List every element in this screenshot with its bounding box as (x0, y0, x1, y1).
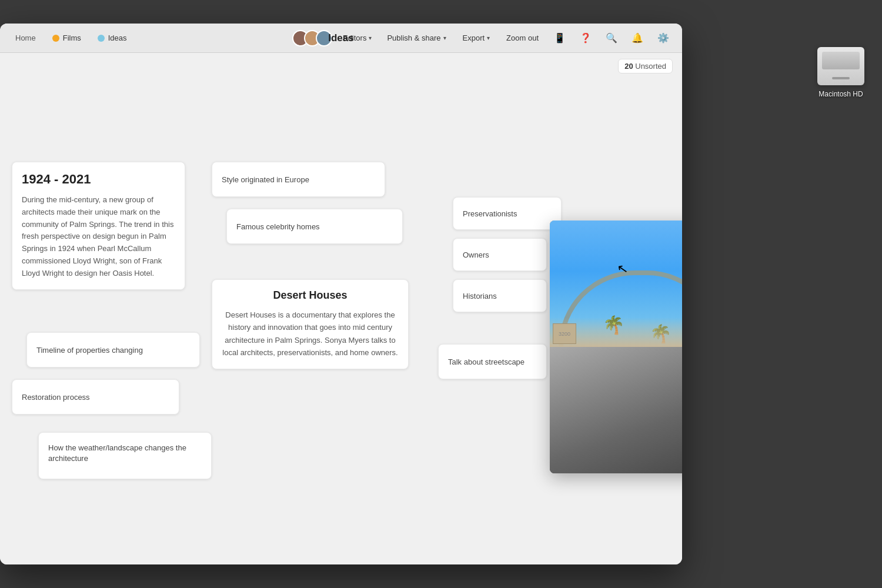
editors-chevron-icon: ▾ (369, 35, 372, 41)
export-button[interactable]: Export ▾ (458, 31, 495, 45)
card-preservationists[interactable]: Preservationists (453, 197, 562, 230)
settings-icon[interactable]: ⚙️ (654, 29, 673, 48)
publish-label: Publish & share (387, 34, 440, 42)
photo-top-inner: 🌴 🌴 3200 (550, 220, 682, 347)
tab-home[interactable]: Home (9, 31, 42, 45)
date-title: 1924 - 2021 (22, 172, 175, 187)
card-weather[interactable]: How the weather/landscape changes the ar… (38, 432, 212, 479)
style-europe-text: Style originated in Europe (222, 175, 309, 184)
card-streetscape[interactable]: Talk about streetscape (438, 344, 547, 379)
export-chevron-icon: ▾ (487, 35, 490, 41)
notification-icon[interactable]: 🔔 (628, 29, 647, 48)
nav-tabs: Home Films Ideas (9, 31, 133, 45)
owners-text: Owners (463, 250, 489, 259)
card-celebrity-homes[interactable]: Famous celebrity homes (226, 209, 403, 244)
main-content: 20 Unsorted 1924 - 2021 During the mid-c… (0, 53, 682, 564)
tab-ideas[interactable]: Ideas (92, 31, 133, 45)
historians-text: Historians (463, 292, 497, 300)
unsorted-badge: 20 Unsorted (618, 59, 673, 74)
desert-body: Desert Houses is a documentary that expl… (222, 309, 399, 359)
films-label: Films (63, 34, 81, 42)
page-title: Ideas (328, 32, 353, 44)
card-historians[interactable]: Historians (453, 279, 547, 312)
card-timeline[interactable]: Timeline of properties changing (26, 332, 200, 368)
hd-label: Macintosh HD (818, 90, 863, 98)
zoom-out-button[interactable]: Zoom out (502, 31, 543, 45)
card-owners[interactable]: Owners (453, 238, 547, 271)
title-bar: Home Films Ideas Ideas Editors ▾ (0, 24, 682, 53)
photo-overlay: 🌴 🌴 3200 (550, 220, 682, 473)
zoom-label: Zoom out (506, 34, 539, 42)
publish-share-button[interactable]: Publish & share ▾ (382, 31, 450, 45)
mac-window: Home Films Ideas Ideas Editors ▾ (0, 24, 682, 564)
export-label: Export (463, 34, 485, 42)
date-body: During the mid-century, a new group of a… (22, 194, 175, 280)
toolbar: 20 Unsorted (0, 53, 682, 79)
weather-text: How the weather/landscape changes the ar… (48, 443, 186, 463)
publish-chevron-icon: ▾ (443, 35, 446, 41)
photo-bottom (550, 347, 682, 473)
card-desert-houses[interactable]: Desert Houses Desert Houses is a documen… (212, 279, 409, 369)
unsorted-count: 20 (624, 62, 633, 71)
streetscape-text: Talk about streetscape (448, 358, 524, 366)
hd-drive-icon (817, 47, 864, 85)
help-icon[interactable]: ❓ (576, 29, 595, 48)
unsorted-label: Unsorted (635, 62, 666, 71)
preservationists-text: Preservationists (463, 209, 517, 218)
avatar-group (292, 30, 332, 46)
ideas-label: Ideas (108, 34, 127, 42)
photo-bottom-image (550, 347, 682, 473)
films-dot (52, 35, 59, 42)
desktop-macintosh-hd[interactable]: Macintosh HD (817, 47, 864, 98)
card-date-range[interactable]: 1924 - 2021 During the mid-century, a ne… (12, 162, 185, 290)
photo-top: 🌴 🌴 3200 (550, 220, 682, 347)
home-label: Home (15, 34, 36, 42)
ideas-dot (98, 35, 105, 42)
timeline-text: Timeline of properties changing (36, 346, 143, 355)
tab-films[interactable]: Films (46, 31, 87, 45)
restoration-text: Restoration process (22, 393, 90, 402)
device-icon[interactable]: 📱 (550, 29, 569, 48)
card-style-europe[interactable]: Style originated in Europe (212, 162, 385, 197)
desert-title: Desert Houses (222, 289, 399, 302)
search-icon[interactable]: 🔍 (602, 29, 621, 48)
canvas: 1924 - 2021 During the mid-century, a ne… (0, 79, 682, 562)
celebrity-homes-text: Famous celebrity homes (236, 222, 320, 231)
card-restoration[interactable]: Restoration process (12, 379, 179, 415)
